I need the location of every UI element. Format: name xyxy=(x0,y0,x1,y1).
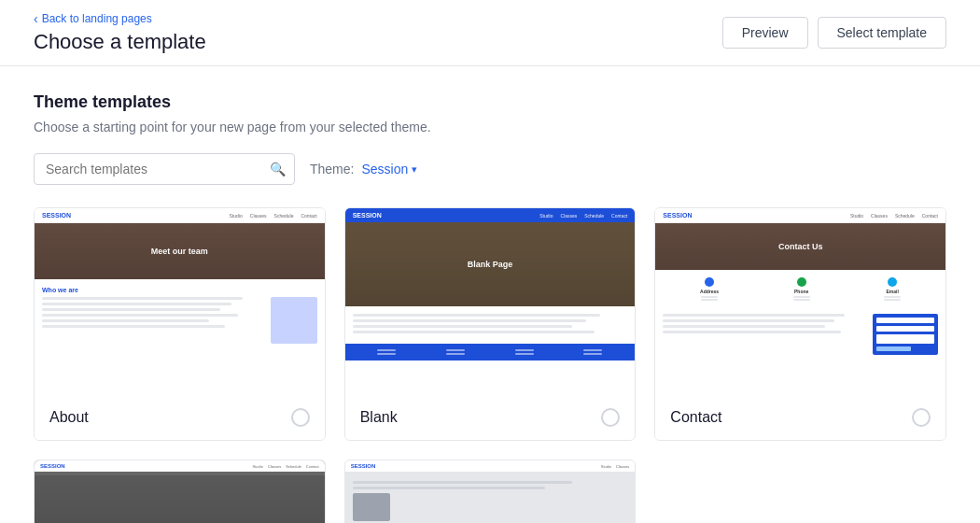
main-content: Theme templates Choose a starting point … xyxy=(0,66,980,523)
section-title: Theme templates xyxy=(34,92,946,112)
search-container: 🔍 xyxy=(34,153,295,185)
blank-preview: SESSION Studio Classes Schedule Contact … xyxy=(345,208,636,395)
preview-button[interactable]: Preview xyxy=(722,17,808,49)
theme-filter: Theme: Session xyxy=(310,162,417,177)
template-card-contact[interactable]: SESSION Studio Classes Schedule Contact … xyxy=(654,207,946,441)
search-input[interactable] xyxy=(34,153,295,185)
page-title: Choose a template xyxy=(34,30,206,54)
search-icon: 🔍 xyxy=(270,162,286,177)
template-card-about[interactable]: SESSION Studio Classes Schedule Contact … xyxy=(34,207,326,441)
filters-bar: 🔍 Theme: Session xyxy=(34,153,946,185)
about-preview: SESSION Studio Classes Schedule Contact … xyxy=(35,208,325,395)
tpl5-preview: SESSION Studio Classes xyxy=(345,460,636,523)
templates-grid: SESSION Studio Classes Schedule Contact … xyxy=(34,207,946,523)
about-footer: About xyxy=(35,395,325,440)
header-left: Back to landing pages Choose a template xyxy=(34,11,206,54)
back-link[interactable]: Back to landing pages xyxy=(34,11,206,26)
blank-name: Blank xyxy=(360,409,398,426)
about-radio[interactable] xyxy=(291,408,310,427)
contact-radio[interactable] xyxy=(912,408,931,427)
about-name: About xyxy=(49,409,89,426)
template-card-5[interactable]: SESSION Studio Classes xyxy=(344,459,637,523)
contact-name: Contact xyxy=(670,409,721,426)
theme-label: Theme: xyxy=(310,162,354,177)
contact-footer: Contact xyxy=(655,395,945,440)
page-header: Back to landing pages Choose a template … xyxy=(0,0,980,66)
header-actions: Preview Select template xyxy=(722,17,946,49)
select-template-button[interactable]: Select template xyxy=(818,17,947,49)
template-card-4[interactable]: SESSION Studio Classes Schedule Contact xyxy=(34,459,326,523)
contact-preview: SESSION Studio Classes Schedule Contact … xyxy=(655,208,945,395)
section-description: Choose a starting point for your new pag… xyxy=(34,120,946,134)
blank-footer: Blank xyxy=(345,395,636,440)
template-card-blank[interactable]: SESSION Studio Classes Schedule Contact … xyxy=(344,207,637,441)
tpl4-preview: SESSION Studio Classes Schedule Contact xyxy=(35,460,325,523)
theme-select-button[interactable]: Session xyxy=(361,162,417,177)
blank-radio[interactable] xyxy=(601,408,620,427)
